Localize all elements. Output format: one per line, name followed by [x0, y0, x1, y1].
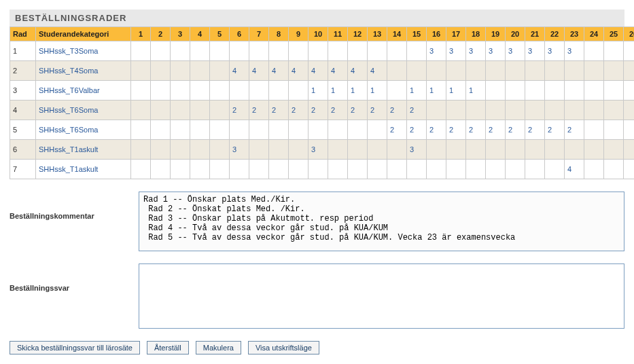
cell-week[interactable] — [309, 120, 328, 140]
cell-week[interactable]: 2 — [368, 101, 387, 120]
cell-week[interactable] — [446, 61, 466, 81]
cell-week[interactable] — [604, 101, 624, 120]
cell-week[interactable]: 2 — [328, 101, 348, 120]
cell-week[interactable] — [151, 120, 171, 140]
cell-week[interactable] — [427, 101, 446, 120]
cell-week[interactable] — [446, 160, 466, 179]
cell-week[interactable] — [348, 41, 368, 61]
cell-week[interactable] — [565, 61, 584, 81]
cell-week[interactable] — [190, 140, 210, 160]
cell-week[interactable] — [190, 101, 210, 120]
cell-week[interactable] — [624, 61, 635, 81]
cell-week[interactable] — [486, 61, 506, 81]
cell-week[interactable] — [584, 140, 604, 160]
cell-week[interactable] — [427, 140, 446, 160]
cell-week[interactable]: 2 — [525, 120, 545, 140]
cell-week[interactable] — [171, 160, 190, 179]
cell-week[interactable] — [210, 160, 230, 179]
cell-week[interactable] — [387, 81, 407, 101]
cell-week[interactable] — [624, 41, 635, 61]
cell-week[interactable]: 4 — [348, 61, 368, 81]
cell-week[interactable] — [545, 140, 565, 160]
cell-week[interactable]: 4 — [565, 160, 584, 179]
cell-week[interactable] — [151, 61, 171, 81]
cell-week[interactable]: 2 — [446, 120, 466, 140]
cell-week[interactable] — [506, 160, 525, 179]
cell-week[interactable] — [171, 81, 190, 101]
cell-week[interactable] — [506, 61, 525, 81]
cell-week[interactable] — [427, 61, 446, 81]
cell-week[interactable]: 3 — [525, 41, 545, 61]
cell-week[interactable] — [446, 101, 466, 120]
cell-week[interactable] — [525, 81, 545, 101]
cell-week[interactable]: 2 — [387, 101, 407, 120]
cell-week[interactable] — [525, 140, 545, 160]
cell-week[interactable] — [545, 101, 565, 120]
cell-week[interactable]: 2 — [230, 101, 249, 120]
cell-week[interactable] — [171, 61, 190, 81]
cell-week[interactable]: 1 — [368, 81, 387, 101]
cell-week[interactable] — [446, 140, 466, 160]
cell-week[interactable] — [210, 140, 230, 160]
cell-week[interactable] — [506, 101, 525, 120]
cell-week[interactable] — [131, 101, 151, 120]
cell-week[interactable]: 2 — [269, 101, 289, 120]
cell-week[interactable] — [506, 81, 525, 101]
cell-week[interactable] — [486, 81, 506, 101]
cell-week[interactable] — [624, 120, 635, 140]
cell-week[interactable] — [309, 41, 328, 61]
cell-week[interactable] — [249, 41, 269, 61]
cell-week[interactable] — [328, 140, 348, 160]
cell-week[interactable]: 2 — [545, 120, 565, 140]
cell-week[interactable] — [151, 41, 171, 61]
cell-week[interactable]: 2 — [289, 101, 309, 120]
cell-week[interactable]: 3 — [466, 41, 486, 61]
cell-week[interactable] — [289, 160, 309, 179]
cell-week[interactable] — [387, 140, 407, 160]
cell-week[interactable] — [584, 160, 604, 179]
cell-week[interactable] — [584, 61, 604, 81]
cell-week[interactable] — [604, 81, 624, 101]
cell-week[interactable] — [289, 41, 309, 61]
cell-week[interactable] — [328, 160, 348, 179]
cell-week[interactable]: 2 — [407, 120, 427, 140]
cell-week[interactable]: 2 — [506, 120, 525, 140]
cell-week[interactable]: 1 — [309, 81, 328, 101]
cell-week[interactable] — [604, 160, 624, 179]
cell-week[interactable] — [466, 61, 486, 81]
cell-week[interactable] — [249, 140, 269, 160]
cell-week[interactable]: 3 — [486, 41, 506, 61]
cell-week[interactable]: 2 — [486, 120, 506, 140]
cell-week[interactable] — [171, 140, 190, 160]
cell-week[interactable]: 3 — [309, 140, 328, 160]
cell-week[interactable] — [604, 140, 624, 160]
cell-week[interactable]: 2 — [249, 101, 269, 120]
cell-week[interactable] — [210, 120, 230, 140]
cancel-button[interactable]: Makulera — [196, 341, 241, 354]
cell-week[interactable] — [131, 81, 151, 101]
cell-week[interactable] — [407, 160, 427, 179]
cell-week[interactable] — [328, 41, 348, 61]
cell-week[interactable]: 3 — [446, 41, 466, 61]
cell-week[interactable] — [584, 101, 604, 120]
cell-week[interactable] — [269, 140, 289, 160]
cell-week[interactable]: 1 — [466, 81, 486, 101]
cell-week[interactable]: 2 — [466, 120, 486, 140]
cell-week[interactable]: 4 — [368, 61, 387, 81]
cell-week[interactable] — [230, 160, 249, 179]
cell-week[interactable]: 4 — [230, 61, 249, 81]
cell-week[interactable] — [190, 160, 210, 179]
cell-week[interactable] — [565, 140, 584, 160]
cell-week[interactable]: 4 — [269, 61, 289, 81]
cell-week[interactable] — [269, 160, 289, 179]
cell-week[interactable] — [387, 61, 407, 81]
cell-week[interactable]: 1 — [407, 81, 427, 101]
cell-week[interactable] — [289, 140, 309, 160]
cell-week[interactable] — [427, 160, 446, 179]
cell-week[interactable] — [230, 81, 249, 101]
cell-week[interactable] — [328, 120, 348, 140]
cell-week[interactable] — [604, 41, 624, 61]
cell-week[interactable] — [230, 41, 249, 61]
cell-week[interactable]: 1 — [348, 81, 368, 101]
cell-week[interactable] — [171, 101, 190, 120]
